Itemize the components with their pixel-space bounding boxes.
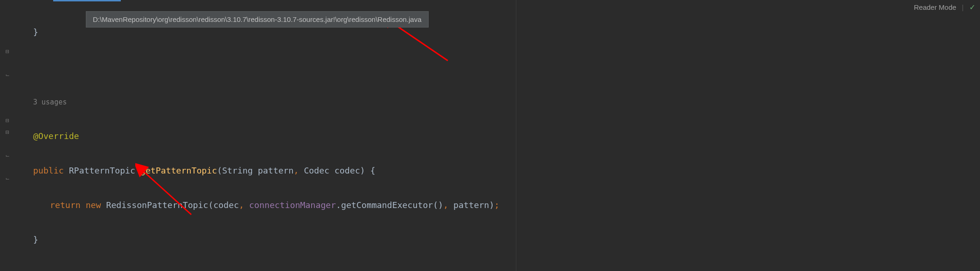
brace-close: } bbox=[33, 235, 38, 244]
active-tab-indicator bbox=[53, 0, 121, 1]
file-path-tooltip: D:\MavenRepository\org\redisson\redisson… bbox=[86, 11, 429, 28]
method-signature: public RPatternTopic getPatternTopic(Str… bbox=[16, 165, 980, 177]
check-icon[interactable]: ✓ bbox=[969, 3, 975, 12]
editor-wrap: ⊟ ⌙ ⊟ ⊟ ⌙ ⌙ } 3 usages @Override public … bbox=[0, 0, 980, 271]
fold-start-icon[interactable]: ⊟ bbox=[3, 117, 12, 124]
annotation-override: @Override bbox=[33, 131, 79, 141]
reader-mode-label: Reader Mode bbox=[914, 3, 956, 11]
code-area[interactable]: } 3 usages @Override public RPatternTopi… bbox=[16, 0, 980, 271]
fold-end-icon[interactable]: ⌙ bbox=[3, 174, 12, 182]
divider: | bbox=[962, 3, 964, 11]
fold-end-icon[interactable]: ⌙ bbox=[3, 152, 12, 159]
usages-hint[interactable]: 3 usages bbox=[33, 98, 67, 106]
right-margin-guide bbox=[516, 0, 516, 271]
fold-start-icon[interactable]: ⊟ bbox=[3, 48, 12, 55]
fold-start-icon[interactable]: ⊟ bbox=[3, 128, 12, 136]
tooltip-text: D:\MavenRepository\org\redisson\redisson… bbox=[93, 15, 422, 23]
gutter: ⊟ ⌙ ⊟ ⊟ ⌙ ⌙ bbox=[0, 0, 16, 271]
brace-close: } bbox=[33, 27, 38, 37]
fold-end-icon[interactable]: ⌙ bbox=[3, 71, 12, 78]
reader-mode-banner[interactable]: Reader Mode | ✓ bbox=[914, 3, 975, 12]
return-statement: return new RedissonPatternTopic(codec, c… bbox=[16, 200, 980, 211]
